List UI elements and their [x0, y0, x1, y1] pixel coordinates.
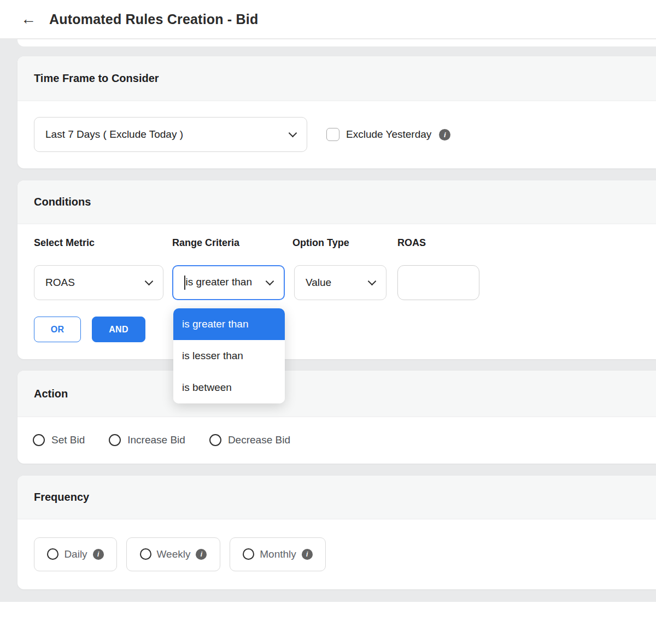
- frequency-option-weekly[interactable]: Weekly i: [126, 537, 220, 571]
- exclude-yesterday-group: Exclude Yesterday i: [326, 101, 450, 168]
- radio-icon[interactable]: [47, 548, 58, 560]
- timeframe-heading: Time Frame to Consider: [34, 72, 159, 85]
- action-option-label: Increase Bid: [127, 434, 185, 446]
- action-card: Action Set Bid Increase Bid Decrease Bid: [17, 371, 656, 464]
- action-option-increase-bid[interactable]: Increase Bid: [109, 434, 185, 446]
- action-option-label: Set Bid: [51, 434, 85, 446]
- info-icon[interactable]: i: [93, 549, 104, 560]
- dropdown-option-is-between[interactable]: is between: [173, 372, 285, 403]
- conditions-card-body: Select Metric Range Criteria Option Type…: [17, 224, 656, 359]
- frequency-card: Frequency Daily i Weekly i Monthly i: [17, 476, 656, 589]
- timeframe-range-select-value: Last 7 Days ( Exclude Today ): [45, 128, 183, 140]
- radio-icon[interactable]: [33, 434, 45, 446]
- option-type-label: Option Type: [292, 237, 349, 249]
- action-option-set-bid[interactable]: Set Bid: [33, 434, 85, 446]
- radio-icon[interactable]: [140, 548, 151, 560]
- action-option-decrease-bid[interactable]: Decrease Bid: [209, 434, 290, 446]
- frequency-options-row: Daily i Weekly i Monthly i: [17, 519, 656, 589]
- radio-icon[interactable]: [109, 434, 121, 446]
- radio-icon[interactable]: [209, 434, 221, 446]
- frequency-card-body: Daily i Weekly i Monthly i: [17, 519, 656, 589]
- page-background: Time Frame to Consider Last 7 Days ( Exc…: [0, 39, 656, 602]
- info-icon[interactable]: i: [302, 549, 313, 560]
- threshold-label: ROAS: [397, 237, 426, 249]
- timeframe-card-body: Last 7 Days ( Exclude Today ) Exclude Ye…: [17, 101, 656, 168]
- frequency-option-label: Weekly: [157, 548, 191, 560]
- action-option-label: Decrease Bid: [228, 434, 290, 446]
- frequency-card-header: Frequency: [17, 476, 656, 519]
- frequency-option-daily[interactable]: Daily i: [34, 537, 117, 571]
- dropdown-option-is-greater-than[interactable]: is greater than: [173, 308, 285, 340]
- info-icon[interactable]: i: [196, 549, 207, 560]
- metric-select-value: ROAS: [45, 277, 75, 289]
- timeframe-range-select[interactable]: Last 7 Days ( Exclude Today ): [34, 117, 307, 152]
- info-icon[interactable]: i: [439, 129, 450, 140]
- range-criteria-dropdown-menu: is greater than is lesser than is betwee…: [173, 308, 285, 403]
- range-criteria-label: Range Criteria: [172, 237, 239, 249]
- chevron-down-icon: [368, 277, 377, 286]
- action-radio-row: Set Bid Increase Bid Decrease Bid: [17, 417, 656, 463]
- exclude-yesterday-checkbox[interactable]: [326, 128, 339, 141]
- or-button[interactable]: OR: [34, 317, 81, 342]
- threshold-value-input[interactable]: [397, 265, 479, 300]
- frequency-option-label: Daily: [64, 548, 87, 560]
- dropdown-option-is-lesser-than[interactable]: is lesser than: [173, 340, 285, 372]
- back-arrow-icon[interactable]: ←: [21, 11, 36, 27]
- frequency-heading: Frequency: [34, 491, 89, 504]
- metric-select[interactable]: ROAS: [34, 265, 163, 300]
- action-card-header: Action: [17, 371, 656, 417]
- conditions-card: Conditions Select Metric Range Criteria …: [17, 180, 656, 359]
- action-card-body: Set Bid Increase Bid Decrease Bid: [17, 417, 656, 463]
- option-type-select[interactable]: Value: [294, 265, 386, 300]
- exclude-yesterday-label: Exclude Yesterday: [346, 128, 431, 140]
- text-caret: [184, 276, 185, 290]
- timeframe-card: Time Frame to Consider Last 7 Days ( Exc…: [17, 56, 656, 168]
- frequency-option-label: Monthly: [260, 548, 296, 560]
- option-select-value: Value: [306, 277, 331, 289]
- chevron-down-icon: [289, 129, 297, 138]
- chevron-down-icon: [266, 277, 274, 286]
- timeframe-card-header: Time Frame to Consider: [17, 56, 656, 101]
- conditions-card-header: Conditions: [17, 180, 656, 224]
- chevron-down-icon: [145, 277, 154, 286]
- and-button[interactable]: AND: [92, 317, 145, 342]
- radio-icon[interactable]: [243, 548, 254, 560]
- frequency-option-monthly[interactable]: Monthly i: [230, 537, 326, 571]
- action-heading: Action: [34, 388, 68, 400]
- range-criteria-select[interactable]: is greater than: [172, 265, 285, 300]
- select-metric-label: Select Metric: [34, 237, 95, 249]
- scrolled-card-bottom: [17, 39, 656, 46]
- app-header: ← Automated Rules Creation - Bid: [0, 0, 656, 39]
- range-select-value: is greater than: [184, 276, 252, 290]
- conditions-heading: Conditions: [34, 196, 91, 208]
- page-title: Automated Rules Creation - Bid: [49, 11, 258, 27]
